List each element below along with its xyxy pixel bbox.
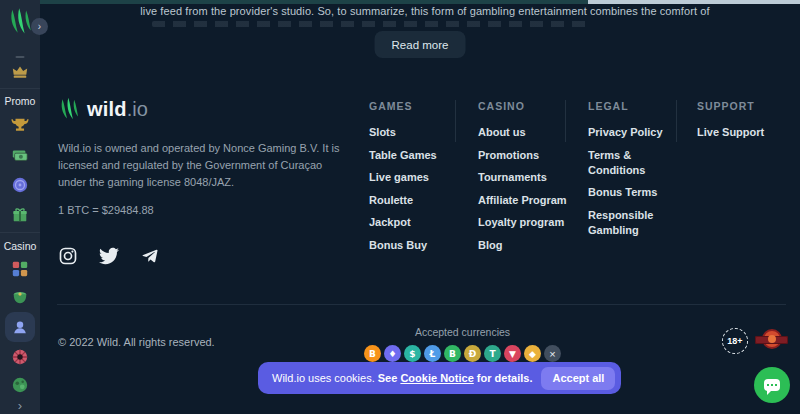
currencies-label: Accepted currencies <box>360 326 565 338</box>
cashback-icon[interactable] <box>11 146 29 164</box>
bonus-ball-icon[interactable] <box>11 376 29 394</box>
cookie-banner: Wild.io uses cookies. See Cookie Notice … <box>258 362 621 394</box>
col-title: CASINO <box>478 100 588 112</box>
litecoin-icon[interactable]: Ł <box>424 345 441 362</box>
sidebar-divider-dash <box>16 56 25 58</box>
btc-rate: 1 BTC = $29484.88 <box>58 204 154 216</box>
accept-all-button[interactable]: Accept all <box>541 367 615 390</box>
footer-link[interactable]: Blog <box>478 238 570 253</box>
sidebar: Promo Casino › <box>0 0 40 414</box>
sidebar-item-live-dealer[interactable] <box>5 312 35 342</box>
tron-icon[interactable]: ▼ <box>504 345 521 362</box>
footer-link[interactable]: Live games <box>369 170 461 185</box>
cookie-text: Wild.io uses cookies. See Cookie Notice … <box>272 372 532 384</box>
gift-icon[interactable] <box>11 206 29 224</box>
footer-divider <box>57 304 786 305</box>
sidebar-more-chevron-icon[interactable]: › <box>18 398 22 413</box>
footer-col-games: GAMES Slots Table Games Live games Roule… <box>369 100 478 260</box>
footer-link[interactable]: Roulette <box>369 193 461 208</box>
dogecoin-icon[interactable]: Ð <box>464 345 481 362</box>
jackpot-icon[interactable] <box>11 288 29 306</box>
column-divider <box>565 100 566 142</box>
cookie-see: See <box>378 372 401 384</box>
license-text: Wild.io is owned and operated by Nonce G… <box>58 140 340 191</box>
footer-link[interactable]: About us <box>478 125 570 140</box>
sidebar-separator <box>0 88 40 89</box>
tether-icon[interactable]: T <box>484 345 501 362</box>
slots-icon[interactable] <box>11 260 29 278</box>
footer-link[interactable]: Privacy Policy <box>588 125 680 140</box>
instagram-icon[interactable] <box>58 246 78 266</box>
footer-link[interactable]: Promotions <box>478 148 570 163</box>
stablecoin-icon[interactable]: $ <box>404 345 421 362</box>
telegram-icon[interactable] <box>140 246 160 266</box>
wild-logo-icon[interactable] <box>7 6 33 38</box>
footer-link[interactable]: Responsible Gambling <box>588 208 680 238</box>
sidebar-separator <box>0 232 40 233</box>
sidebar-section-promo: Promo <box>5 95 36 107</box>
copyright-text: © 2022 Wild. All rights reserved. <box>58 336 215 348</box>
footer-link[interactable]: Bonus Buy <box>369 238 461 253</box>
accepted-currencies: Accepted currencies B ♦ $ Ł B Ð T ▼ ◆ × <box>360 326 565 362</box>
col-title: SUPPORT <box>697 100 797 112</box>
live-dealer-icon <box>11 318 29 336</box>
roulette-icon[interactable] <box>11 348 29 366</box>
footer-link[interactable]: Loyalty program <box>478 215 570 230</box>
ethereum-icon[interactable]: ♦ <box>384 345 401 362</box>
crown-icon[interactable] <box>11 63 29 81</box>
footer-link[interactable]: Live Support <box>697 125 789 140</box>
binance-coin-icon[interactable]: ◆ <box>524 345 541 362</box>
brand-tld: .io <box>127 98 148 120</box>
chat-bubble-icon <box>764 379 780 391</box>
top-edge-strip-light <box>588 0 800 4</box>
cookie-suffix: for details. <box>474 372 533 384</box>
curacao-license-badge[interactable] <box>755 327 788 355</box>
footer-nav: GAMES Slots Table Games Live games Roule… <box>369 100 797 260</box>
footer-link[interactable]: Jackpot <box>369 215 461 230</box>
sidebar-section-casino: Casino <box>4 240 37 252</box>
col-title: LEGAL <box>588 100 697 112</box>
bitcoin-icon[interactable]: B <box>364 345 381 362</box>
sidebar-expand-button[interactable]: › <box>31 18 48 35</box>
footer-badges: 18+ <box>722 327 788 355</box>
twitter-icon[interactable] <box>99 246 119 266</box>
footer-link[interactable]: Slots <box>369 125 461 140</box>
social-links <box>58 246 160 266</box>
live-chat-button[interactable] <box>754 367 790 403</box>
footer-link[interactable]: Table Games <box>369 148 461 163</box>
footer-link[interactable]: Terms & Conditions <box>588 148 680 178</box>
footer-col-casino: CASINO About us Promotions Tournaments A… <box>478 100 588 260</box>
article-text: live feed from the provider's studio. So… <box>60 5 790 17</box>
close-icon[interactable]: × <box>544 345 561 362</box>
brand-name: wild <box>87 98 127 120</box>
trophy-icon[interactable] <box>11 116 29 134</box>
col-title: GAMES <box>369 100 478 112</box>
footer-link[interactable]: Tournaments <box>478 170 570 185</box>
page: live feed from the provider's studio. So… <box>0 0 800 414</box>
cookie-prefix: Wild.io uses cookies. <box>272 372 378 384</box>
faded-text-line <box>152 21 590 27</box>
coin-icon[interactable] <box>11 176 29 194</box>
bitcoin-cash-icon[interactable]: B <box>444 345 461 362</box>
cookie-notice-link[interactable]: Cookie Notice <box>400 372 473 384</box>
top-edge-strip <box>0 0 588 4</box>
footer-col-legal: LEGAL Privacy Policy Terms & Conditions … <box>588 100 697 260</box>
footer-link[interactable]: Affiliate Program <box>478 193 570 208</box>
footer-link[interactable]: Bonus Terms <box>588 185 680 200</box>
age-18-badge: 18+ <box>722 328 748 354</box>
wild-logo-icon <box>58 96 80 123</box>
footer-col-support: SUPPORT Live Support <box>697 100 797 260</box>
footer-logo[interactable]: wild.io <box>58 96 148 123</box>
read-more-button[interactable]: Read more <box>375 31 466 58</box>
column-divider <box>455 100 456 142</box>
column-divider <box>676 100 677 142</box>
